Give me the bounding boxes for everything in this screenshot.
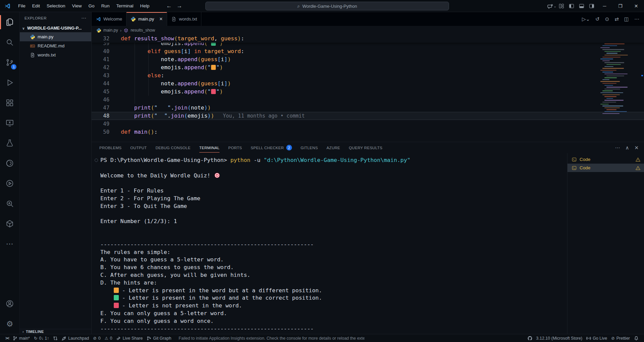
run-python-file-button[interactable]: ▷⌄ (582, 16, 590, 22)
activity-explorer[interactable] (0, 12, 19, 32)
copilot-menu[interactable]: ⌄ (547, 3, 556, 9)
editor-scrollbar[interactable] (639, 35, 644, 142)
code-line-46: 46 (92, 96, 644, 104)
menu-go[interactable]: Go (85, 0, 98, 12)
terminal-line: ----------------------------------------… (100, 325, 567, 333)
breadcrumb-file[interactable]: main.py (103, 28, 118, 33)
activity-gitlens-inspect[interactable] (0, 194, 19, 214)
menu-run[interactable]: Run (98, 0, 113, 12)
line-number: 45 (92, 88, 109, 96)
activity-live-preview[interactable] (0, 173, 19, 194)
statusbar-python-version[interactable]: 3.12.10 (Microsoft Store) (534, 336, 585, 341)
statusbar-github-status[interactable] (526, 336, 534, 341)
customize-layout-icon[interactable] (556, 0, 566, 12)
panel-tab-azure[interactable]: AZURE (322, 142, 344, 153)
menu-view[interactable]: View (69, 0, 85, 12)
python-icon (131, 16, 136, 22)
panel-tab-debug-console[interactable]: DEBUG CONSOLE (151, 142, 195, 153)
code-line-43: 43 else: (92, 72, 644, 80)
live-share-icon (116, 336, 121, 341)
tab-label: main.py (138, 16, 154, 22)
close-button[interactable]: ✕ (628, 0, 644, 12)
forward-arrow-icon[interactable]: → (177, 3, 182, 9)
toggle-panel-icon[interactable] (577, 0, 587, 12)
statusbar-errors-count[interactable]: ⊘0 (91, 334, 102, 342)
statusbar-go-live[interactable]: Go Live (584, 336, 609, 341)
timeline-history-icon[interactable]: ↺ (595, 16, 600, 22)
menu-terminal[interactable]: Terminal (113, 0, 137, 12)
menu-help[interactable]: Help (137, 0, 153, 12)
terminal-icon (572, 157, 577, 162)
panel-tab-gitlens[interactable]: GITLENS (296, 142, 322, 153)
breadcrumb[interactable]: main.py › results_show (92, 26, 644, 35)
workspace-folder-row[interactable]: ∨ WORDLE-GAME-USING-P... (20, 24, 91, 32)
tab-words-txt[interactable]: words.txt (167, 12, 201, 26)
terminal-instance-row[interactable]: Code (567, 164, 644, 172)
panel-tab-terminal[interactable]: TERMINAL (195, 142, 224, 153)
statusbar-launchpad[interactable]: Launchpad (60, 334, 91, 342)
restore-button[interactable]: ❐ (612, 0, 628, 12)
menu-selection[interactable]: Selection (43, 0, 69, 12)
file-words.txt[interactable]: words.txt (20, 50, 91, 59)
close-panel-icon[interactable]: ✕ (634, 145, 639, 151)
file-README.md[interactable]: README.md (20, 41, 91, 50)
maximize-panel-icon[interactable]: ∧ (625, 145, 629, 151)
tab-close-icon[interactable]: ✕ (159, 16, 163, 22)
code-editor[interactable]: 39 emojis.append("")40 elif guess[i] in … (92, 35, 644, 142)
file-name: words.txt (38, 52, 56, 57)
statusbar-live-share[interactable]: Live Share (114, 334, 145, 342)
activity-testing[interactable] (0, 133, 19, 153)
panel-tab-problems[interactable]: PROBLEMS (95, 142, 126, 153)
activity-source-control[interactable]: 1 (0, 52, 19, 73)
toggle-layout-icon[interactable]: ⇄ (614, 16, 619, 22)
minimap[interactable] (600, 35, 634, 118)
statusbar-notifications-bell[interactable] (632, 336, 641, 341)
activity-accounts[interactable] (0, 294, 19, 314)
activity-python-environment[interactable] (0, 153, 19, 173)
file-main.py[interactable]: main.py (20, 32, 91, 41)
statusbar-prettier[interactable]: ⊘Prettier (609, 336, 632, 341)
terminal-line: Enter Number (1/2/3): 1 (100, 218, 567, 225)
activity-package-explorer[interactable] (0, 214, 19, 234)
terminal-instance-row[interactable]: Code (567, 155, 644, 164)
panel-tab-label: PROBLEMS (99, 146, 121, 150)
statusbar-git-compare[interactable] (51, 334, 60, 342)
more-actions-icon[interactable]: ⋯ (634, 16, 639, 22)
sticky-scroll-line[interactable]: 32def results_show(target_word, guess): (92, 35, 644, 43)
explorer-more-actions-icon[interactable]: ⋯ (81, 15, 87, 21)
menu-file[interactable]: File (15, 0, 29, 12)
statusbar-git-graph[interactable]: Git Graph (145, 334, 173, 342)
minimize-button[interactable]: ─ (597, 0, 612, 12)
menu-edit[interactable]: Edit (29, 0, 43, 12)
activity-run-and-debug[interactable] (0, 73, 19, 93)
tab-welcome[interactable]: Welcome (92, 12, 127, 26)
activity-settings[interactable]: ⚙ (0, 314, 19, 334)
command-decoration-icon[interactable] (95, 159, 98, 162)
activity-additional-views[interactable]: ⋯ (0, 234, 19, 254)
activity-extensions[interactable] (0, 93, 19, 113)
statusbar-branch-status[interactable]: main* (11, 334, 32, 342)
panel-tab-ports[interactable]: PORTS (224, 142, 246, 153)
tab-main-py[interactable]: main.py✕ (127, 12, 167, 26)
toggle-secondary-sidebar-icon[interactable] (587, 0, 597, 12)
command-center-search[interactable]: ⌕ Wordle-Game-Using-Python (205, 2, 449, 10)
textfile-icon (171, 16, 177, 22)
split-editor-icon[interactable]: ◫ (624, 16, 629, 22)
panel-more-actions-icon[interactable]: ⋯ (615, 145, 620, 151)
timeline-section[interactable]: › TIMELINE (20, 329, 91, 334)
panel-tab-output[interactable]: OUTPUT (126, 142, 151, 153)
file-name: main.py (38, 34, 53, 39)
back-arrow-icon[interactable]: ← (166, 3, 172, 9)
statusbar-remote-indicator[interactable]: >< (3, 334, 11, 342)
toggle-primary-sidebar-icon[interactable] (566, 0, 577, 12)
activity-search[interactable] (0, 32, 19, 52)
breadcrumb-symbol[interactable]: results_show (131, 28, 155, 33)
terminal-output[interactable]: PS D:\Python\Wordle-Game-Using-Python> p… (92, 153, 567, 334)
activity-remote-explorer[interactable] (0, 113, 19, 133)
open-changes-icon[interactable]: ⊙ (605, 16, 609, 22)
panel-tab-spell-checker[interactable]: SPELL CHECKER2 (246, 142, 296, 153)
chevron-right-icon: › (120, 28, 121, 33)
statusbar-sync-status[interactable]: ↻0↓ 1↑ (32, 334, 51, 342)
statusbar-warnings-count[interactable]: ⚠0 (103, 334, 114, 342)
panel-tab-query-results[interactable]: QUERY RESULTS (345, 142, 387, 153)
